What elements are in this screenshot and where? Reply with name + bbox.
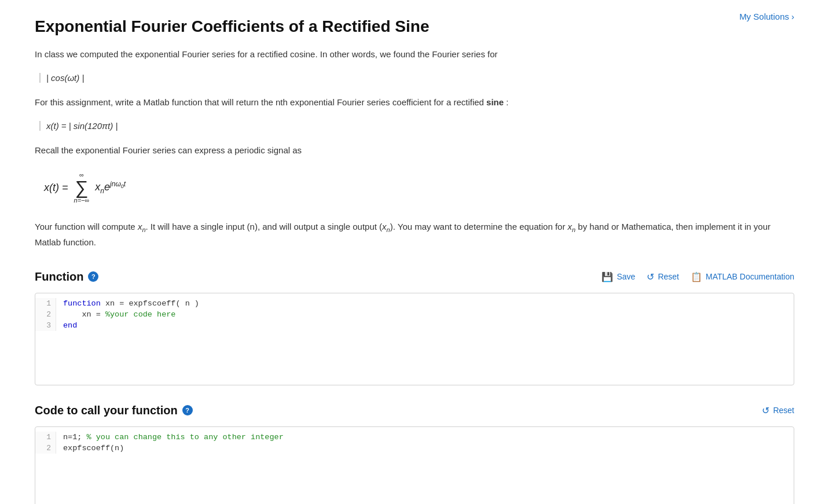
matlab-docs-button[interactable]: 📋 MATLAB Documentation [691,271,794,282]
function-code-editor[interactable]: 1 function xn = expfscoeff( n ) 2 xn = %… [35,293,794,385]
line-content-2: xn = %your code here [56,309,182,320]
caller-toolbar: ↺ Reset [762,405,794,416]
save-label: Save [617,272,635,281]
caller-code-editor[interactable]: 1 n=1; % you can change this to any othe… [35,426,794,504]
save-icon: 💾 [601,271,613,282]
code-editor-empty-space [35,331,794,377]
function-title-group: Function ? [35,270,98,284]
intro-paragraph-1: In class we computed the exponential Fou… [35,47,794,61]
code-line-3: 3 end [35,320,794,331]
caller-code-line-1: 1 n=1; % you can change this to any othe… [35,427,794,443]
line-num-2: 2 [35,309,56,320]
code-line-1: 1 function xn = expfscoeff( n ) [35,293,794,309]
caller-title-group: Code to call your function ? [35,404,193,417]
caller-section-header: Code to call your function ? ↺ Reset [35,404,794,417]
reset-icon: ↺ [647,271,654,282]
line-num-1: 1 [35,298,56,309]
formula-cos: | cos(ωt) | [39,73,84,83]
intro-paragraph-2: For this assignment, write a Matlab func… [35,95,794,109]
function-toolbar: 💾 Save ↺ Reset 📋 MATLAB Documentation [601,271,794,282]
reset-button[interactable]: ↺ Reset [647,271,679,282]
function-section-header: Function ? 💾 Save ↺ Reset 📋 MATLAB Docum… [35,270,794,284]
page-title: Exponential Fourier Coefficients of a Re… [35,12,794,36]
formula-cos-text: | cos(ωt) | [46,73,84,83]
caller-reset-label: Reset [773,406,794,415]
sigma-notation: ∞ ∑ n=−∞ [74,171,90,204]
line-content-3: end [56,320,84,331]
function-help-icon[interactable]: ? [88,271,98,282]
my-solutions-label: My Solutions [739,12,789,21]
page-container: My Solutions › Exponential Fourier Coeff… [0,0,829,504]
matlab-docs-label: MATLAB Documentation [706,272,794,281]
caller-line-num-1: 1 [35,432,56,443]
caller-title: Code to call your function [35,404,178,417]
save-button[interactable]: 💾 Save [601,271,635,282]
my-solutions-chevron: › [791,12,794,21]
caller-reset-button[interactable]: ↺ Reset [762,405,794,416]
caller-code-line-2: 2 expfscoeff(n) [35,443,794,454]
caller-line-content-1: n=1; % you can change this to any other … [56,432,291,443]
sine-bold: sine [486,97,504,107]
line-content-1: function xn = expfscoeff( n ) [56,298,206,309]
caller-reset-icon: ↺ [762,405,769,416]
intro-paragraph-4: Your function will compute xn. It will h… [35,220,794,249]
caller-code-editor-empty-space [35,454,794,500]
caller-line-num-2: 2 [35,443,56,454]
code-line-2: 2 xn = %your code here [35,309,794,320]
intro-paragraph-3: Recall the exponential Fourier series ca… [35,144,794,157]
my-solutions-link[interactable]: My Solutions › [739,12,794,21]
reset-label: Reset [658,272,679,281]
matlab-doc-icon: 📋 [691,271,702,282]
caller-line-content-2: expfscoeff(n) [56,443,131,454]
formula-xt: x(t) = | sin(120πt) | [39,121,118,131]
function-title: Function [35,270,83,284]
line-num-3: 3 [35,320,56,331]
caller-help-icon[interactable]: ? [182,405,193,415]
main-formula: x(t) = ∞ ∑ n=−∞ xnejnω0t [35,167,794,208]
